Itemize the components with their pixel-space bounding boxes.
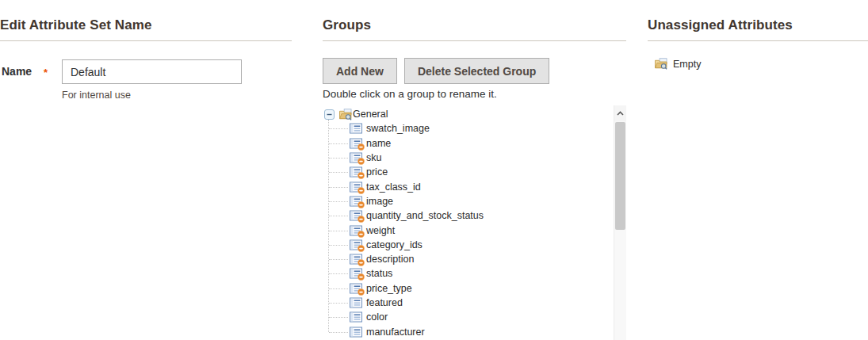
tree-scrollbar[interactable] <box>614 105 626 340</box>
tree-attribute-row[interactable]: name <box>323 136 614 151</box>
empty-node-label: Empty <box>673 59 701 70</box>
tree-node-label: featured <box>366 297 403 308</box>
locked-badge-icon <box>358 172 365 179</box>
edit-attribute-set-page: Edit Attribute Set Name Name * For inter… <box>0 0 868 340</box>
edit-set-name-title: Edit Attribute Set Name <box>0 17 292 33</box>
tree-node-label: General <box>353 109 388 120</box>
attribute-form-icon <box>350 297 362 308</box>
tree-node-label: color <box>366 311 388 323</box>
tree-attribute-row[interactable]: swatch_image <box>323 121 614 136</box>
tree-node-label: quantity_and_stock_status <box>366 210 484 221</box>
name-field-note: For internal use <box>62 90 292 101</box>
rename-hint-text: Double click on a group to rename it. <box>323 88 626 100</box>
locked-badge-icon <box>358 245 365 252</box>
groups-tree-container: General swatch_image name sku price <box>323 105 626 340</box>
tree-node-label: name <box>366 138 391 149</box>
tree-node-label: status <box>366 268 392 279</box>
locked-badge-icon <box>358 158 365 165</box>
folder-search-icon <box>336 109 350 120</box>
collapse-toggle-icon[interactable] <box>323 109 334 120</box>
attribute-form-icon <box>350 138 362 149</box>
attribute-set-name-input[interactable] <box>62 59 242 84</box>
tree-attribute-row[interactable]: image <box>323 194 614 208</box>
attribute-form-icon <box>350 311 362 323</box>
tree-attribute-row[interactable]: status <box>323 266 614 281</box>
tree-node-general[interactable]: General <box>323 107 614 121</box>
attribute-form-icon <box>350 166 362 178</box>
locked-badge-icon <box>358 216 365 223</box>
locked-badge-icon <box>358 201 365 208</box>
tree-node-label: tax_class_id <box>366 181 421 193</box>
groups-title: Groups <box>323 17 626 33</box>
locked-badge-icon <box>358 288 365 296</box>
unassigned-attributes-panel: Unassigned Attributes Empty <box>648 0 868 70</box>
scrollbar-thumb[interactable] <box>615 122 625 230</box>
tree-attribute-row[interactable]: sku <box>323 151 614 165</box>
locked-badge-icon <box>358 259 365 266</box>
tree-attribute-row[interactable]: price_type <box>323 281 614 296</box>
attribute-form-icon <box>350 283 362 294</box>
tree-attribute-row[interactable]: featured <box>323 296 614 310</box>
delete-selected-group-button[interactable]: Delete Selected Group <box>404 58 549 84</box>
tree-node-label: price_type <box>366 283 412 294</box>
section-divider <box>323 40 626 41</box>
add-new-group-button[interactable]: Add New <box>323 58 397 84</box>
groups-toolbar: Add New Delete Selected Group <box>323 58 626 84</box>
tree-children: swatch_image name sku price tax_class_id… <box>323 121 614 338</box>
attribute-form-icon <box>350 181 362 193</box>
tree-attribute-row[interactable]: category_ids <box>323 238 614 252</box>
name-field-label: Name <box>2 65 32 78</box>
locked-badge-icon <box>358 231 365 238</box>
tree-node-label: manufacturer <box>366 327 425 338</box>
tree-node-label: category_ids <box>366 239 423 250</box>
unassigned-empty-node[interactable]: Empty <box>648 58 868 70</box>
scroll-up-button[interactable] <box>614 105 626 121</box>
tree-attribute-row[interactable]: weight <box>323 223 614 237</box>
attribute-form-icon <box>350 196 362 207</box>
name-form-row: Name * <box>0 59 292 84</box>
tree-node-label: sku <box>366 152 381 163</box>
attribute-form-icon <box>350 327 362 338</box>
folder-search-icon <box>654 58 668 70</box>
tree-node-label: weight <box>366 225 395 236</box>
attribute-form-icon <box>350 254 362 265</box>
tree-node-label: swatch_image <box>366 123 430 134</box>
tree-node-label: description <box>366 254 414 265</box>
required-asterisk: * <box>44 67 48 78</box>
section-divider <box>648 40 868 41</box>
tree-attribute-row[interactable]: description <box>323 252 614 266</box>
tree-attribute-row[interactable]: tax_class_id <box>323 179 614 193</box>
tree-node-label: image <box>366 196 393 207</box>
tree-attribute-row[interactable]: manufacturer <box>323 324 614 338</box>
attribute-form-icon <box>350 210 362 221</box>
attribute-form-icon <box>350 225 362 236</box>
attribute-form-icon <box>350 123 362 134</box>
locked-badge-icon <box>358 143 365 151</box>
tree-attribute-row[interactable]: quantity_and_stock_status <box>323 208 614 223</box>
attribute-form-icon <box>350 152 362 163</box>
tree-node-label: price <box>366 166 388 178</box>
edit-set-name-panel: Edit Attribute Set Name Name * For inter… <box>0 0 292 101</box>
attribute-form-icon <box>350 268 362 279</box>
groups-tree: General swatch_image name sku price <box>323 107 614 339</box>
section-divider <box>0 40 292 41</box>
attribute-form-icon <box>350 239 362 250</box>
groups-panel: Groups Add New Delete Selected Group Dou… <box>323 0 626 340</box>
locked-badge-icon <box>358 273 365 281</box>
chevron-up-icon <box>617 111 624 116</box>
tree-attribute-row[interactable]: price <box>323 165 614 179</box>
locked-badge-icon <box>358 187 365 194</box>
tree-attribute-row[interactable]: color <box>323 310 614 324</box>
unassigned-attributes-title: Unassigned Attributes <box>648 17 868 33</box>
